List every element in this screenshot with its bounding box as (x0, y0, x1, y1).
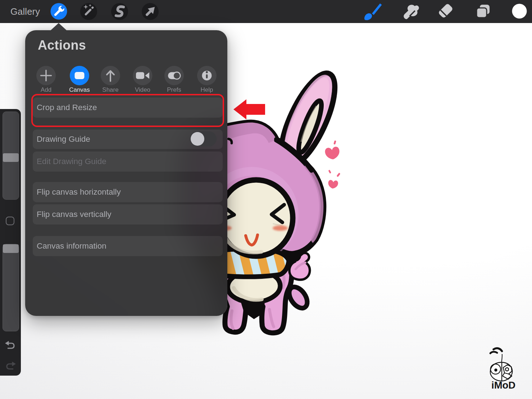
svg-text:iMoD: iMoD (491, 380, 515, 391)
